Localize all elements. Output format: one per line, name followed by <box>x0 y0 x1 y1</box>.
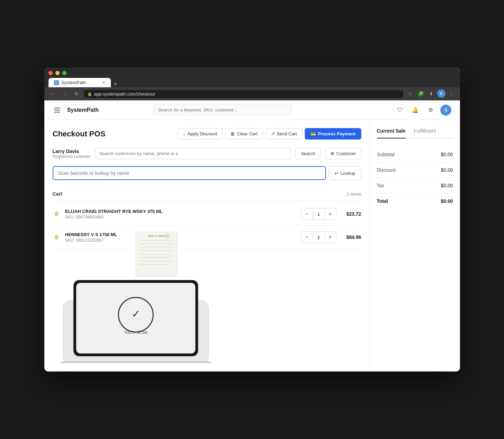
plus-circle-icon: ⊕ <box>330 151 334 156</box>
forward-button[interactable]: → <box>60 89 69 98</box>
left-panel: Checkout POS ↓ Apply Discount 🗑 Clear Ca… <box>44 120 370 371</box>
item-1-quantity: 1 <box>312 209 325 219</box>
browser-chrome: S SystemPath ✕ + <box>44 68 460 87</box>
page-actions: ↓ Apply Discount 🗑 Clear Cart ↗ Send Car… <box>178 128 361 140</box>
page-header: Checkout POS ↓ Apply Discount 🗑 Clear Ca… <box>53 128 361 140</box>
tab-fulfillment[interactable]: Fulfillment <box>414 128 436 138</box>
right-panel: Current Sale Fulfillment Subtotal $0.00 … <box>370 120 460 371</box>
cart-item-count: 2 items <box>347 191 361 197</box>
share-icon: ↗ <box>271 131 275 136</box>
subtotal-value: $0.00 <box>441 152 453 157</box>
customer-search-input[interactable] <box>95 148 291 159</box>
customer-bar: Larry Davis Registered customer Search ⊕… <box>53 148 361 159</box>
hamburger-menu-button[interactable] <box>53 106 62 114</box>
bell-icon[interactable]: 🔔 <box>410 105 421 116</box>
tax-label: Tax <box>377 183 384 188</box>
svg-text:✿: ✿ <box>166 235 168 237</box>
item-1-decrease-button[interactable]: − <box>301 208 312 220</box>
item-1-price: $23.72 <box>341 211 361 217</box>
tab-current-sale[interactable]: Current Sale <box>377 128 406 138</box>
delete-item-1-button[interactable]: 🗑 <box>53 209 61 218</box>
item-2-decrease-button[interactable]: − <box>301 232 312 243</box>
svg-text:You're all set: You're all set <box>124 330 148 335</box>
minimize-traffic-light[interactable] <box>55 71 60 75</box>
pos-device-area: Stem & Water ✿ <box>53 252 361 363</box>
total-label: Total <box>377 198 388 204</box>
tab-title: SystemPath <box>62 80 86 85</box>
cart-header: Cart 2 items <box>53 187 361 201</box>
hamburger-line-2 <box>54 110 60 110</box>
star-icon[interactable]: ☆ <box>406 89 415 98</box>
app-header-icons: 🛡 🔔 ⚙ S <box>395 105 451 116</box>
customer-type: Registered customer <box>53 154 91 159</box>
cart-title: Cart <box>53 191 62 197</box>
new-tab-button[interactable]: + <box>111 81 120 87</box>
browser-profile-avatar[interactable]: S <box>437 89 445 98</box>
more-options-icon[interactable]: ⋮ <box>447 89 456 98</box>
apply-discount-button[interactable]: ↓ Apply Discount <box>178 128 222 140</box>
customer-name: Larry Davis <box>53 149 91 154</box>
item-1-quantity-control: − 1 + <box>301 208 336 220</box>
tab-close-icon[interactable]: ✕ <box>102 80 105 85</box>
send-cart-button[interactable]: ↗ Send Cart <box>266 128 302 140</box>
pos-device-svg: Stem & Water ✿ <box>46 232 226 363</box>
order-summary: Subtotal $0.00 Discount $0.00 Tax $0.00 … <box>377 147 453 209</box>
app-header: SystemPath 🛡 🔔 ⚙ S <box>44 100 460 120</box>
item-1-details: ELIJAH CRAIG STRAIGHT RYE WSKY 375 ML SK… <box>65 209 297 220</box>
app-content: SystemPath 🛡 🔔 ⚙ S Checkout POS ↓ <box>44 100 460 371</box>
refresh-button[interactable]: ↻ <box>72 89 81 98</box>
browser-controls <box>48 71 456 75</box>
item-1-sku: SKU: 096749003983 <box>65 215 297 220</box>
svg-text:Stem & Water: Stem & Water <box>148 234 165 238</box>
browser-tabs: S SystemPath ✕ + <box>48 78 456 87</box>
clear-cart-button[interactable]: 🗑 Clear Cart <box>225 128 263 140</box>
discount-row: Discount $0.00 <box>377 162 453 178</box>
item-1-increase-button[interactable]: + <box>325 208 336 220</box>
customer-info: Larry Davis Registered customer <box>53 149 91 159</box>
hamburger-line-3 <box>54 112 60 113</box>
cart-item: 🗑 ELIJAH CRAIG STRAIGHT RYE WSKY 375 ML … <box>53 203 361 226</box>
page-title: Checkout POS <box>53 129 106 138</box>
process-payment-button[interactable]: 💳 Process Payment <box>305 128 361 140</box>
extensions-icon[interactable]: 🧩 <box>416 89 425 98</box>
lookup-button[interactable]: ↩ Lookup <box>329 166 361 180</box>
active-tab[interactable]: S SystemPath ✕ <box>48 78 111 87</box>
item-1-name: ELIJAH CRAIG STRAIGHT RYE WSKY 375 ML <box>65 209 297 214</box>
subtotal-label: Subtotal <box>377 152 395 157</box>
user-avatar[interactable]: S <box>440 105 451 116</box>
shield-icon[interactable]: 🛡 <box>395 105 406 116</box>
item-2-quantity: 1 <box>312 233 325 242</box>
maximize-traffic-light[interactable] <box>62 71 67 75</box>
download-browser-icon[interactable]: ⬇ <box>427 89 436 98</box>
close-traffic-light[interactable] <box>48 71 53 75</box>
browser-toolbar: ← → ↻ 🔒 app.systempath.com/checkout ☆ 🧩 … <box>44 87 460 100</box>
subtotal-row: Subtotal $0.00 <box>377 147 453 162</box>
credit-card-icon: 💳 <box>310 131 316 136</box>
security-icon: 🔒 <box>87 92 92 96</box>
discount-value: $0.00 <box>441 167 453 173</box>
gear-icon[interactable]: ⚙ <box>425 105 436 116</box>
trash-icon: 🗑 <box>230 131 235 136</box>
main-layout: Checkout POS ↓ Apply Discount 🗑 Clear Ca… <box>44 120 460 371</box>
customer-search-button[interactable]: Search <box>295 148 321 159</box>
url-text: app.systempath.com/checkout <box>94 91 155 97</box>
app-search-container <box>153 105 292 115</box>
lookup-icon: ↩ <box>335 171 338 176</box>
item-2-quantity-control: − 1 + <box>301 231 336 243</box>
back-button[interactable]: ← <box>48 89 58 98</box>
total-value: $0.00 <box>441 198 453 204</box>
total-row: Total $0.00 <box>377 194 453 209</box>
add-customer-button[interactable]: ⊕ Customer <box>325 148 361 159</box>
download-icon: ↓ <box>183 131 185 136</box>
tab-favicon: S <box>54 80 59 85</box>
item-2-increase-button[interactable]: + <box>325 232 336 243</box>
panel-tabs: Current Sale Fulfillment <box>377 128 453 138</box>
barcode-input[interactable] <box>53 166 326 180</box>
tax-value: $0.00 <box>441 183 453 188</box>
app-search-input[interactable] <box>153 105 292 115</box>
app-logo: SystemPath <box>67 107 99 113</box>
item-2-price: $84.96 <box>341 234 361 240</box>
svg-text:✓: ✓ <box>131 308 140 320</box>
discount-label: Discount <box>377 167 396 173</box>
url-bar[interactable]: 🔒 app.systempath.com/checkout <box>84 90 403 98</box>
